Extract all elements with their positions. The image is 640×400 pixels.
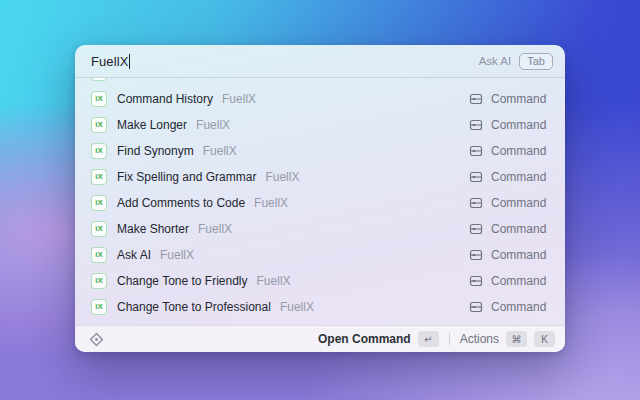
fuellx-app-icon: iX bbox=[91, 299, 107, 315]
fuellx-app-icon: iX bbox=[91, 247, 107, 263]
command-title: Add Comments to Code bbox=[117, 196, 245, 210]
command-type-icon bbox=[469, 78, 483, 80]
fuellx-app-icon: iX bbox=[91, 273, 107, 289]
footer-divider bbox=[449, 333, 450, 345]
return-key-badge: ↵ bbox=[418, 331, 439, 347]
command-subtitle: FuellX bbox=[203, 144, 237, 158]
list-item[interactable]: iX Ask About Selected Text FuellX Comman… bbox=[83, 78, 557, 86]
list-item[interactable]: iX Make Shorter FuellX Command bbox=[83, 216, 557, 242]
command-subtitle: FuellX bbox=[196, 118, 230, 132]
command-type-icon bbox=[469, 222, 483, 236]
command-title: Find Synonym bbox=[117, 144, 194, 158]
fuellx-app-icon: iX bbox=[91, 91, 107, 107]
command-type-label: Command bbox=[491, 78, 549, 80]
fuellx-app-icon: iX bbox=[91, 169, 107, 185]
command-list: iX Ask About Selected Text FuellX Comman… bbox=[75, 78, 565, 325]
text-caret bbox=[129, 54, 130, 69]
command-subtitle: FuellX bbox=[222, 92, 256, 106]
command-type-label: Command bbox=[491, 92, 549, 106]
list-item[interactable]: iX Fix Spelling and Grammar FuellX Comma… bbox=[83, 164, 557, 190]
command-subtitle: FuellX bbox=[160, 248, 194, 262]
k-key-badge: K bbox=[534, 331, 555, 347]
fuellx-app-icon: iX bbox=[91, 143, 107, 159]
command-type-icon bbox=[469, 170, 483, 184]
list-item[interactable]: iX Change Tone to Friendly FuellX Comman… bbox=[83, 268, 557, 294]
list-item[interactable]: iX Make Longer FuellX Command bbox=[83, 112, 557, 138]
command-type-icon bbox=[469, 196, 483, 210]
list-item[interactable]: iX Add Comments to Code FuellX Command bbox=[83, 190, 557, 216]
command-type-label: Command bbox=[491, 144, 549, 158]
footer-bar: Open Command ↵ Actions ⌘ K bbox=[75, 325, 565, 352]
fuellx-app-icon: iX bbox=[91, 117, 107, 133]
command-subtitle: FuellX bbox=[254, 196, 288, 210]
list-item[interactable]: iX Change Tone to Professional FuellX Co… bbox=[83, 294, 557, 320]
command-type-label: Command bbox=[491, 118, 549, 132]
command-type-icon bbox=[469, 274, 483, 288]
command-type-icon bbox=[469, 300, 483, 314]
search-bar[interactable]: FuellX Ask AI Tab bbox=[75, 45, 565, 78]
command-title: Make Longer bbox=[117, 118, 187, 132]
command-type-icon bbox=[469, 144, 483, 158]
command-title: Make Shorter bbox=[117, 222, 189, 236]
command-subtitle: FuellX bbox=[257, 274, 291, 288]
command-title: Ask AI bbox=[117, 248, 151, 262]
command-title: Ask About Selected Text bbox=[117, 78, 246, 80]
fuellx-app-icon: iX bbox=[91, 195, 107, 211]
command-type-label: Command bbox=[491, 170, 549, 184]
command-subtitle: FuellX bbox=[280, 300, 314, 314]
command-type-label: Command bbox=[491, 274, 549, 288]
cmd-key-badge: ⌘ bbox=[506, 331, 527, 347]
list-item[interactable]: iX Ask AI FuellX Command bbox=[83, 242, 557, 268]
command-palette-window: FuellX Ask AI Tab iX Ask About Selected … bbox=[75, 45, 565, 352]
ask-ai-hint[interactable]: Ask AI bbox=[479, 55, 512, 67]
command-type-label: Command bbox=[491, 300, 549, 314]
command-title: Fix Spelling and Grammar bbox=[117, 170, 256, 184]
command-title: Change Tone to Friendly bbox=[117, 274, 248, 288]
command-type-label: Command bbox=[491, 222, 549, 236]
raycast-logo-icon bbox=[89, 331, 105, 347]
search-input[interactable]: FuellX bbox=[91, 54, 128, 69]
command-title: Command History bbox=[117, 92, 213, 106]
tab-key-badge: Tab bbox=[519, 53, 553, 70]
command-subtitle: FuellX bbox=[198, 222, 232, 236]
list-item[interactable]: iX Find Synonym FuellX Command bbox=[83, 138, 557, 164]
command-subtitle: FuellX bbox=[255, 78, 289, 80]
command-subtitle: FuellX bbox=[265, 170, 299, 184]
actions-button[interactable]: Actions bbox=[460, 332, 499, 346]
command-type-label: Command bbox=[491, 248, 549, 262]
command-title: Change Tone to Professional bbox=[117, 300, 271, 314]
fuellx-app-icon: iX bbox=[91, 221, 107, 237]
command-type-icon bbox=[469, 248, 483, 262]
command-type-icon bbox=[469, 92, 483, 106]
command-type-label: Command bbox=[491, 196, 549, 210]
fuellx-app-icon: iX bbox=[91, 78, 107, 81]
open-command-button[interactable]: Open Command bbox=[318, 332, 411, 346]
list-item[interactable]: iX Command History FuellX Command bbox=[83, 86, 557, 112]
command-type-icon bbox=[469, 118, 483, 132]
